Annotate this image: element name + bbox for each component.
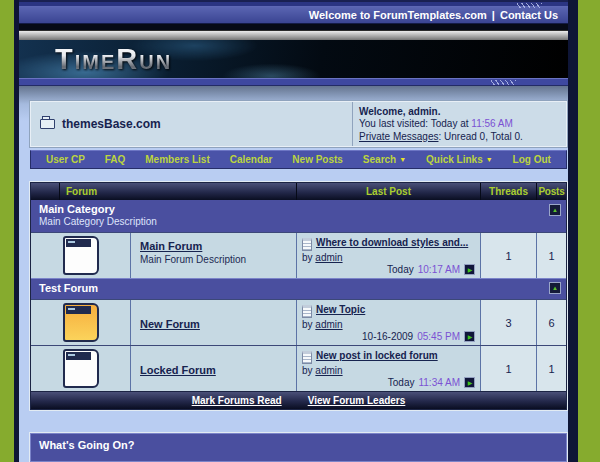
whats-going-on-panel: What's Going On? <box>30 433 567 462</box>
logo-banner[interactable]: TimeRun <box>19 40 568 78</box>
category-title[interactable]: Test Forum <box>39 282 558 294</box>
last-visited-label: You last visited: Today at <box>359 118 469 129</box>
icon-dash <box>68 241 75 243</box>
category-row-main: Main Category Main Category Description … <box>31 200 566 232</box>
nav-search[interactable]: Search▼ <box>363 154 406 165</box>
lastpost-author-link[interactable]: admin <box>315 319 342 330</box>
nav-user-cp[interactable]: User CP <box>46 154 85 165</box>
last-visited-line: You last visited: Today at 11:56 AM <box>359 118 560 131</box>
nav-members-list[interactable]: Members List <box>145 154 209 165</box>
collapse-category-button[interactable]: ▲ <box>549 282 561 294</box>
page: Welcome to ForumTemplates.com | Contact … <box>14 0 578 462</box>
forum-status-cell <box>31 300 130 345</box>
forum-status-cell <box>31 233 130 278</box>
top-links-bar: Welcome to ForumTemplates.com | Contact … <box>19 7 568 24</box>
collapse-arrow-icon: ▲ <box>552 285 558 291</box>
site-title-cell: themesBase.com <box>31 102 352 147</box>
welcome-greeting: Welcome, admin. <box>359 106 560 119</box>
nav-quick-links-label: Quick Links <box>426 154 483 165</box>
lastpost-date: Today <box>388 377 415 388</box>
collapse-category-button[interactable]: ▲ <box>549 204 561 216</box>
view-forum-leaders-link[interactable]: View Forum Leaders <box>308 395 406 406</box>
banner-silver-bar <box>19 30 568 40</box>
forum-row-main-forum: Main Forum Main Forum Description Where … <box>31 232 566 278</box>
posts-count: 1 <box>536 233 566 278</box>
lastpost-time: 05:45 PM <box>417 331 460 342</box>
forum-table-footer: Mark Forums Read View Forum Leaders <box>31 391 566 409</box>
private-messages-line: Private Messages: Unread 0, Total 0. <box>359 131 560 144</box>
forum-new-posts-icon <box>63 303 99 342</box>
threads-count: 1 <box>480 233 536 278</box>
last-post-cell: New Topic by admin 10-16-200905:45 PM▶ <box>296 300 480 345</box>
nav-calendar[interactable]: Calendar <box>230 154 273 165</box>
goto-arrow-icon: ▶ <box>468 334 473 340</box>
threads-count: 1 <box>480 346 536 391</box>
by-label: by <box>302 252 313 263</box>
forum-table-header: Forum Last Post Threads Posts <box>31 183 566 200</box>
header-icon-column <box>31 183 59 200</box>
nav-log-out[interactable]: Log Out <box>513 154 551 165</box>
mark-forums-read-link[interactable]: Mark Forums Read <box>192 395 282 406</box>
private-messages-link[interactable]: Private Messages <box>359 131 438 142</box>
navbar: User CP FAQ Members List Calendar New Po… <box>30 150 567 169</box>
lastpost-date: Today <box>387 264 414 275</box>
forum-link-locked-forum[interactable]: Locked Forum <box>140 364 216 376</box>
header-forum: Forum <box>59 183 296 200</box>
last-post-cell: Where to download styles and... by admin… <box>296 233 480 278</box>
forum-status-cell <box>31 346 130 391</box>
dropdown-arrow-icon: ▼ <box>399 156 406 163</box>
nav-new-posts[interactable]: New Posts <box>292 154 343 165</box>
category-description: Main Category Description <box>39 216 558 227</box>
lastpost-thread-link[interactable]: New post in locked forum <box>316 350 438 361</box>
lastpost-author-link[interactable]: admin <box>315 365 342 376</box>
nav-faq[interactable]: FAQ <box>105 154 126 165</box>
forum-title-cell: Locked Forum <box>130 346 296 391</box>
threads-count: 3 <box>480 300 536 345</box>
forum-old-posts-icon <box>63 236 99 275</box>
posts-count: 1 <box>536 346 566 391</box>
lastpost-time: 11:34 AM <box>418 377 460 388</box>
forum-link-main-forum[interactable]: Main Forum <box>140 240 202 252</box>
site-header-panel: themesBase.com Welcome, admin. You last … <box>30 101 567 148</box>
banner-bottom-strip <box>19 78 568 85</box>
site-title: themesBase.com <box>62 117 161 131</box>
nav-quick-links[interactable]: Quick Links▼ <box>426 154 493 165</box>
nav-search-label: Search <box>363 154 396 165</box>
forum-table: Forum Last Post Threads Posts Main Categ… <box>30 182 567 410</box>
goto-arrow-icon: ▶ <box>468 267 473 273</box>
goto-arrow-icon: ▶ <box>468 380 473 386</box>
category-row-test: Test Forum ▲ <box>31 278 566 299</box>
lastpost-page-icon <box>302 351 312 364</box>
lastpost-date: 10-16-2009 <box>362 331 413 342</box>
contact-us-link[interactable]: Contact Us <box>500 9 558 21</box>
goto-lastpost-button[interactable]: ▶ <box>464 264 475 275</box>
forum-title-cell: New Forum <box>130 300 296 345</box>
category-title[interactable]: Main Category <box>39 203 558 215</box>
goto-lastpost-button[interactable]: ▶ <box>464 377 475 388</box>
dropdown-arrow-icon: ▼ <box>486 156 493 163</box>
lastpost-time: 10:17 AM <box>418 264 460 275</box>
forum-description: Main Forum Description <box>140 254 292 265</box>
icon-dash <box>68 354 75 356</box>
private-messages-status: : Unread 0, Total 0. <box>438 131 522 142</box>
lastpost-thread-link[interactable]: Where to download styles and... <box>316 237 468 248</box>
lastpost-thread-link[interactable]: New Topic <box>316 304 365 315</box>
diagonal-stripes-decoration <box>490 80 516 85</box>
site-logo[interactable]: TimeRun <box>55 43 172 76</box>
forum-title-cell: Main Forum Main Forum Description <box>130 233 296 278</box>
lastpost-author-link[interactable]: admin <box>315 252 342 263</box>
page-body: themesBase.com Welcome, admin. You last … <box>19 86 568 462</box>
header-last-post: Last Post <box>296 183 480 200</box>
forum-row-locked-forum: Locked Forum New post in locked forum by… <box>31 345 566 391</box>
collapse-arrow-icon: ▲ <box>552 207 558 213</box>
top-accent-bar <box>19 0 568 7</box>
forumtemplates-link[interactable]: Welcome to ForumTemplates.com <box>309 9 487 21</box>
goto-lastpost-button[interactable]: ▶ <box>464 331 475 342</box>
forum-link-new-forum[interactable]: New Forum <box>140 318 200 330</box>
header-threads: Threads <box>480 183 536 200</box>
green-frame: Welcome to ForumTemplates.com | Contact … <box>0 0 600 462</box>
folder-icon <box>40 119 55 129</box>
top-links-separator: | <box>492 9 495 21</box>
diagonal-stripes-decoration <box>516 3 542 8</box>
welcome-box: Welcome, admin. You last visited: Today … <box>352 102 566 147</box>
